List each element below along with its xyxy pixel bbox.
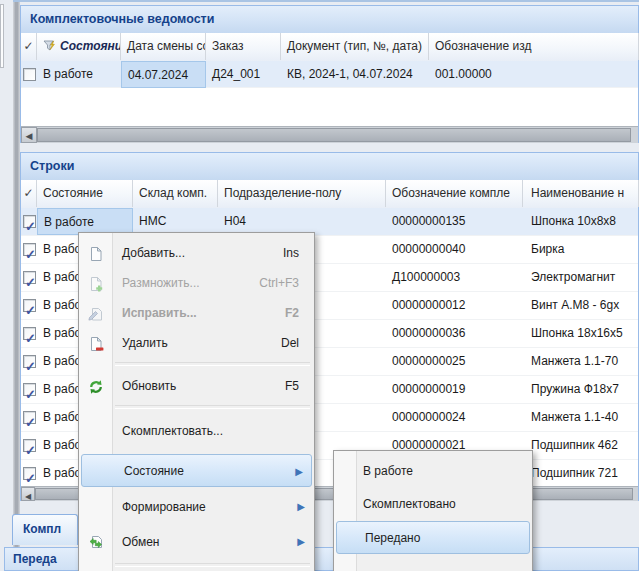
cell-check: ✓	[21, 460, 37, 487]
column-header-warehouse[interactable]: Склад комп.	[133, 180, 218, 207]
row-checkbox[interactable]: ✓	[23, 215, 36, 228]
row-checkbox[interactable]	[23, 68, 36, 81]
panel-vedomosti: Комплектовочные ведомости ✓ Состояни Дат…	[20, 5, 639, 143]
refresh-icon	[88, 379, 104, 395]
duplicate-document-icon	[88, 276, 104, 292]
menu-item-shortcut: Ctrl+F3	[259, 268, 299, 299]
column-header-check[interactable]: ✓	[21, 180, 37, 207]
vertical-splitter[interactable]	[13, 2, 20, 571]
collapsed-panel-edge[interactable]	[0, 4, 4, 68]
column-header-name[interactable]: Наименование н	[523, 180, 639, 207]
window-top-border	[13, 0, 639, 2]
cell-check: ✓	[21, 348, 37, 375]
cell-check: ✓	[21, 236, 37, 263]
cell-check: ✓	[21, 404, 37, 431]
check-icon: ✓	[24, 409, 37, 431]
menu-item-refresh[interactable]: Обновить F5	[80, 371, 313, 402]
menu-item-delete[interactable]: Удалить Del	[80, 328, 313, 359]
menu-item-edit[interactable]: Исправить... F2	[80, 298, 313, 329]
submenu-item-skomplektovano[interactable]: Скомплектовано	[335, 488, 531, 521]
column-header-status[interactable]: Состояни	[37, 33, 121, 60]
menu-item-shortcut: Del	[281, 328, 299, 359]
panel-vedomosti-title: Комплектовочные ведомости	[21, 6, 638, 34]
row-checkbox[interactable]: ✓	[23, 383, 36, 396]
submenu-item-peredano[interactable]: Передано	[336, 521, 530, 554]
scroll-left-button[interactable]: ◀	[21, 487, 35, 501]
check-icon: ✓	[24, 381, 37, 403]
cell-check: ✓	[21, 376, 37, 403]
row-checkbox[interactable]: ✓	[23, 411, 36, 424]
menu-item-formirovanie[interactable]: Формирование ▶	[80, 491, 313, 523]
check-icon: ✓	[24, 241, 37, 263]
column-header-doc[interactable]: Документ (тип, №, дата)	[281, 33, 429, 60]
check-icon: ✓	[24, 213, 37, 235]
vedomost-row[interactable]: В работе 04.07.2024 Д24_001 КВ, 2024-1, …	[21, 61, 638, 88]
submenu-item-label: В работе	[363, 455, 413, 488]
cell-designation: 00000000019	[386, 376, 523, 403]
cell-name: Шпонка 10х8х8	[523, 208, 638, 235]
column-header-designation[interactable]: Обозначение компле	[386, 180, 523, 207]
menu-item-shortcut: F5	[285, 371, 299, 402]
column-header-date[interactable]: Дата смены сос	[121, 33, 206, 60]
cell-designation: 00000000135	[386, 208, 523, 235]
menu-item-duplicate[interactable]: Размножить... Ctrl+F3	[80, 268, 313, 299]
cell-check: ✓	[21, 292, 37, 319]
scroll-thumb[interactable]	[37, 128, 631, 142]
row-checkbox[interactable]: ✓	[23, 439, 36, 452]
cell-name: Шпонка 18х16х5	[523, 320, 638, 347]
cell-name: Подшипник 462	[523, 432, 638, 459]
column-header-check[interactable]: ✓	[21, 33, 37, 60]
menu-item-obmen[interactable]: Обмен ▶	[80, 525, 313, 559]
check-icon: ✓	[24, 269, 37, 291]
filter-lightning-icon	[43, 36, 57, 60]
column-header-designation[interactable]: Обозначение изд	[429, 33, 639, 60]
cell-check: ✓	[21, 264, 37, 291]
row-checkbox[interactable]: ✓	[23, 271, 36, 284]
row-checkbox[interactable]: ✓	[23, 243, 36, 256]
scroll-left-button[interactable]: ◀	[21, 127, 37, 143]
delete-document-icon	[88, 336, 104, 352]
cell-name: Манжета 1.1-70	[523, 348, 638, 375]
cell-check: ✓	[21, 208, 37, 235]
exchange-icon	[88, 534, 104, 550]
submenu-item-v-rabote[interactable]: В работе	[335, 455, 531, 488]
menu-item-label: Формирование	[122, 491, 206, 523]
column-header-department[interactable]: Подразделение-полу	[218, 180, 386, 207]
submenu-item-label: Передано	[365, 522, 420, 553]
cell-status: В работе	[37, 208, 133, 235]
row-checkbox[interactable]: ✓	[23, 299, 36, 312]
new-document-icon	[88, 246, 104, 262]
check-icon: ✓	[24, 297, 37, 319]
column-header-status[interactable]: Состояние	[37, 180, 133, 207]
cell-check: ✓	[21, 320, 37, 347]
scroll-left-icon: ◀	[25, 492, 31, 501]
menu-item-add[interactable]: Добавить... Ins	[80, 238, 313, 269]
row-checkbox[interactable]: ✓	[23, 355, 36, 368]
tab-komplekt[interactable]: Компл	[12, 514, 78, 545]
column-header-order[interactable]: Заказ	[206, 33, 281, 60]
cell-designation: 00000000036	[386, 320, 523, 347]
vedomosti-hscrollbar[interactable]: ◀	[21, 126, 638, 143]
cell-status: В работе	[37, 61, 121, 88]
cell-doc: КВ, 2024-1, 04.07.2024	[281, 61, 429, 88]
cell-name: Подшипник 721	[523, 460, 638, 487]
cell-designation: Д100000003	[386, 264, 523, 291]
cell-designation: 00000000040	[386, 236, 523, 263]
cell-check	[21, 61, 37, 88]
stroki-header-row: ✓ Состояние Склад комп. Подразделение-по…	[21, 180, 638, 209]
check-icon: ✓	[24, 353, 37, 375]
check-icon: ✓	[24, 465, 37, 487]
menu-item-label: Обмен	[122, 525, 160, 559]
menu-item-label: Обновить	[122, 371, 176, 402]
vedomosti-header-row: ✓ Состояни Дата смены сос Заказ Документ…	[21, 33, 638, 62]
row-checkbox[interactable]: ✓	[23, 327, 36, 340]
cell-name: Винт А.М8 - 6gx	[523, 292, 638, 319]
menu-item-label: Размножить...	[122, 268, 200, 299]
cell-order: Д24_001	[206, 61, 281, 88]
row-checkbox[interactable]: ✓	[23, 467, 36, 480]
check-icon: ✓	[24, 437, 37, 459]
submenu-arrow-icon: ▶	[297, 525, 305, 559]
menu-item-sostoyanie[interactable]: Состояние ▶	[81, 454, 312, 487]
menu-item-skomplektovat[interactable]: Скомплектовать...	[80, 414, 313, 448]
menu-item-label: Скомплектовать...	[122, 414, 223, 448]
